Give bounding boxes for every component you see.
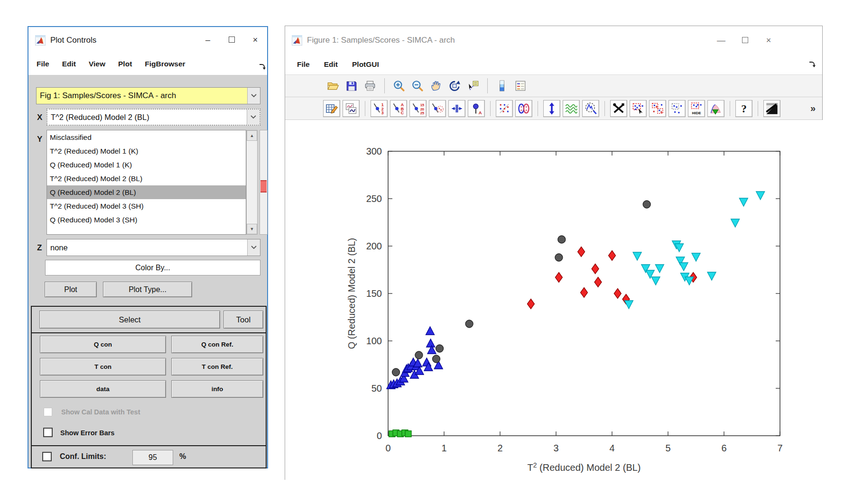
- data-point[interactable]: [432, 355, 440, 363]
- plot-controls-titlebar[interactable]: Plot Controls – ×: [28, 27, 267, 53]
- minimize-icon[interactable]: –: [196, 35, 220, 45]
- plot-button[interactable]: Plot: [45, 282, 97, 297]
- menu-edit[interactable]: Edit: [62, 60, 76, 68]
- figure-menubar: FileEditPlotGUI: [285, 55, 822, 74]
- t-con-ref-button[interactable]: T con Ref.: [171, 358, 263, 376]
- show-error-bars-checkbox[interactable]: [43, 428, 53, 437]
- scroll-down-icon[interactable]: ▼: [247, 224, 257, 234]
- data-point[interactable]: [415, 351, 423, 359]
- edit-table-icon[interactable]: [323, 100, 340, 117]
- data-point[interactable]: [643, 201, 650, 208]
- menu-file[interactable]: File: [297, 60, 310, 69]
- figure-selector-combo[interactable]: Fig 1: Samples/Scores - SIMCA - arch: [36, 87, 260, 104]
- y-tick-label: 200: [366, 241, 382, 251]
- pin-labels-icon[interactable]: A: [468, 100, 485, 117]
- chevron-down-icon[interactable]: [247, 239, 260, 256]
- minimize-icon[interactable]: —: [709, 36, 733, 46]
- menu-edit[interactable]: Edit: [324, 60, 338, 69]
- menu-plot[interactable]: Plot: [118, 60, 132, 68]
- y-variable-listbox[interactable]: MisclassifiedT^2 (Reduced) Model 1 (K)Q …: [46, 130, 246, 235]
- y-list-item[interactable]: Q (Reduced) Model 3 (SH): [47, 213, 246, 227]
- figure-titlebar[interactable]: Figure 1: Samples/Scores - SIMCA - arch …: [285, 26, 822, 55]
- color-by-button[interactable]: Color By...: [45, 260, 260, 275]
- data-point[interactable]: [436, 345, 444, 352]
- zoom-in-icon[interactable]: [392, 79, 406, 93]
- label-values-icon[interactable]: 152025: [409, 100, 427, 117]
- pan-icon[interactable]: [429, 79, 443, 93]
- z-variable-combo[interactable]: none: [46, 239, 260, 256]
- edit-plot-icon[interactable]: [343, 100, 360, 117]
- peak-zoom-icon[interactable]: [582, 100, 599, 117]
- data-button[interactable]: data: [40, 380, 166, 398]
- select-points-icon[interactable]: [630, 100, 647, 117]
- scatter-plot: 01234567050100150200250300T2 (Reduced) M…: [285, 120, 823, 480]
- zoom-out-icon[interactable]: [410, 79, 425, 93]
- y-list-item[interactable]: T^2 (Reduced) Model 2 (BL): [47, 172, 246, 185]
- axis-rescale-icon[interactable]: [543, 100, 560, 117]
- toolbar-separator: [384, 78, 385, 93]
- select-class-icon[interactable]: [649, 100, 666, 117]
- select-button[interactable]: Select: [39, 311, 220, 329]
- plot-controls-menubar: FileEditViewPlotFigBrowser: [28, 53, 267, 75]
- data-point[interactable]: [558, 236, 566, 243]
- q-con-button[interactable]: Q con: [40, 336, 166, 353]
- label-numbers-icon[interactable]: 123: [371, 100, 388, 117]
- close-icon[interactable]: ×: [243, 35, 267, 45]
- menu-file[interactable]: File: [37, 60, 49, 68]
- conf-ellipse-icon[interactable]: [515, 100, 532, 117]
- menu-view[interactable]: View: [89, 60, 105, 68]
- y-list-item[interactable]: Misclassified: [47, 130, 246, 144]
- declutter-labels-icon[interactable]: [496, 100, 513, 117]
- svg-text:25: 25: [420, 110, 424, 115]
- legend-icon[interactable]: [513, 79, 528, 93]
- data-point[interactable]: [392, 368, 400, 376]
- maximize-icon[interactable]: [733, 36, 757, 46]
- chevron-down-icon[interactable]: [247, 88, 260, 104]
- conf-limits-checkbox[interactable]: [42, 452, 52, 461]
- slider-handle[interactable]: [260, 180, 267, 192]
- tools-icon[interactable]: [610, 100, 627, 117]
- print-icon[interactable]: [363, 79, 377, 93]
- data-point[interactable]: [465, 320, 473, 328]
- y-list-slider[interactable]: [260, 130, 268, 235]
- label-letters-icon[interactable]: ABC: [390, 100, 407, 117]
- label-class-icon[interactable]: [429, 100, 446, 117]
- y-list-item[interactable]: Q (Reduced) Model 1 (K): [47, 158, 246, 172]
- data-point[interactable]: [405, 431, 411, 437]
- q-con-ref-button[interactable]: Q con Ref.: [171, 336, 263, 353]
- y-listbox-scrollbar[interactable]: ▲ ▼: [246, 130, 258, 235]
- plot-type-button[interactable]: Plot Type...: [103, 282, 192, 297]
- conf-limits-input[interactable]: [132, 450, 173, 465]
- rotate-3d-icon[interactable]: [447, 79, 462, 93]
- toolbar-overflow-icon[interactable]: »: [810, 103, 816, 114]
- t-con-button[interactable]: T con: [40, 358, 166, 376]
- save-icon[interactable]: [344, 79, 359, 93]
- deselect-points-icon[interactable]: [668, 100, 686, 117]
- open-icon[interactable]: [326, 79, 340, 93]
- spectra-icon[interactable]: [563, 100, 580, 117]
- line-style-icon[interactable]: [763, 100, 780, 117]
- data-cursor-icon[interactable]: [466, 79, 480, 93]
- chevron-down-icon[interactable]: [247, 110, 260, 125]
- show-cal-checkbox[interactable]: [44, 408, 52, 416]
- y-list-item[interactable]: Q (Reduced) Model 2 (BL): [47, 185, 246, 199]
- y-list-item[interactable]: T^2 (Reduced) Model 3 (SH): [47, 199, 246, 213]
- tool-button[interactable]: Tool: [223, 311, 263, 329]
- scroll-up-icon[interactable]: ▲: [247, 130, 257, 141]
- info-button[interactable]: info: [171, 380, 263, 398]
- dock-arrow-icon[interactable]: [258, 63, 266, 70]
- menu-figbrowser[interactable]: FigBrowser: [145, 60, 185, 68]
- axis-tight-icon[interactable]: [448, 100, 465, 117]
- toolbar-separator: [365, 101, 365, 116]
- maximize-icon[interactable]: [220, 35, 243, 45]
- y-list-item[interactable]: T^2 (Reduced) Model 1 (K): [47, 144, 246, 158]
- x-variable-combo[interactable]: T^2 (Reduced) Model 2 (BL): [46, 109, 260, 126]
- data-point[interactable]: [555, 254, 563, 261]
- colorbar-icon[interactable]: [495, 79, 509, 93]
- exclude-points-icon[interactable]: [707, 100, 724, 117]
- help-icon[interactable]: ?: [735, 100, 752, 117]
- menu-plotgui[interactable]: PlotGUI: [352, 60, 379, 69]
- close-icon[interactable]: ×: [757, 36, 780, 46]
- hide-selection-icon[interactable]: HIDE: [688, 100, 705, 117]
- dock-arrow-icon[interactable]: [808, 60, 816, 68]
